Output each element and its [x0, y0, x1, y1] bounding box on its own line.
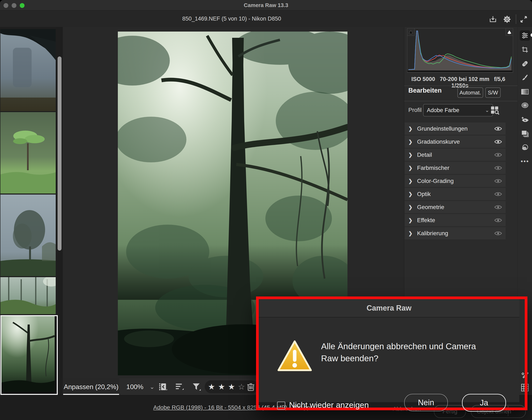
eye-icon[interactable]	[494, 165, 502, 171]
lens-value: 70-200 bei 102 mm	[440, 76, 489, 82]
crop-icon[interactable]	[520, 45, 530, 55]
healing-icon[interactable]	[520, 59, 530, 69]
edits-badge-dot	[531, 33, 532, 37]
section-effekte[interactable]: ❯Effekte	[405, 214, 506, 226]
star-icon-empty[interactable]: ☆	[238, 383, 245, 391]
eye-icon[interactable]	[494, 205, 502, 210]
section-label: Gradationskurve	[417, 138, 460, 145]
section-optik[interactable]: ❯Optik	[405, 188, 506, 200]
edit-heading: Bearbeiten	[408, 87, 442, 94]
titlebar: Camera Raw 13.3	[0, 0, 532, 11]
chevron-right-icon: ❯	[408, 191, 412, 197]
section-gradationskurve[interactable]: ❯Gradationskurve	[405, 135, 506, 148]
thumbnail-3[interactable]	[0, 195, 56, 276]
thumbnail-2[interactable]	[0, 112, 56, 194]
profile-browser-icon[interactable]	[490, 105, 500, 115]
eye-icon[interactable]	[494, 231, 502, 236]
filmstrip-scrollbar[interactable]	[58, 57, 62, 251]
section-label: Color-Grading	[417, 178, 454, 184]
section-detail[interactable]: ❯Detail	[405, 149, 506, 161]
star-icon-filled[interactable]: ★	[228, 383, 235, 391]
camera-raw-dialog: Camera Raw Alle Änderungen abbrechen und…	[256, 297, 527, 410]
profile-select[interactable]: Adobe Farbe ⌄	[423, 104, 493, 117]
section-label: Kalibrierung	[417, 230, 448, 237]
thumbnail-4[interactable]	[0, 277, 56, 314]
section-label: Optik	[417, 191, 431, 197]
section-label: Effekte	[417, 217, 435, 224]
fit-zoom-tab[interactable]: Anpassen (20,2%)	[63, 378, 120, 395]
dialog-title: Camera Raw	[259, 299, 519, 317]
panel-sections: ❯Grundeinstellungen❯Gradationskurve❯Deta…	[405, 122, 506, 240]
eye-icon[interactable]	[494, 218, 502, 223]
star-icon-filled[interactable]: ★	[218, 383, 225, 391]
zoom-level-value[interactable]: 100%	[124, 383, 146, 391]
filter-icon[interactable]	[192, 383, 201, 391]
bw-button[interactable]: S/W	[485, 87, 501, 98]
presets-icon[interactable]	[520, 128, 530, 139]
trash-icon[interactable]	[247, 382, 255, 391]
camera-raw-window: Camera Raw 13.3 850_1469.NEF (5 von 10) …	[0, 0, 532, 420]
section-farbmischer[interactable]: ❯Farbmischer	[405, 162, 506, 174]
section-grundeinstellungen[interactable]: ❯Grundeinstellungen	[405, 122, 506, 135]
eye-icon[interactable]	[494, 178, 502, 184]
eye-icon[interactable]	[494, 126, 502, 131]
chevron-down-icon: ⌄	[485, 107, 489, 113]
dont-show-again-label: Nicht wieder anzeigen	[289, 401, 369, 410]
red-eye-icon[interactable]	[520, 114, 530, 125]
snapshots-icon[interactable]	[520, 142, 530, 153]
fullscreen-icon[interactable]	[519, 15, 528, 23]
section-geometrie[interactable]: ❯Geometrie	[405, 201, 506, 213]
more-dots-icon[interactable]: •••	[520, 156, 530, 166]
highlight-clipping-indicator[interactable]	[506, 28, 513, 36]
linear-gradient-icon[interactable]	[520, 87, 530, 97]
thumbnail-5-selected[interactable]	[0, 315, 58, 395]
chevron-right-icon: ❯	[408, 139, 412, 145]
gear-icon[interactable]	[503, 15, 511, 23]
eye-icon[interactable]	[494, 152, 502, 158]
chevron-right-icon: ❯	[408, 217, 412, 223]
section-label: Geometrie	[417, 204, 444, 210]
dialog-message-line1: Alle Änderungen abbrechen und Camera	[321, 340, 496, 352]
fit-tab-underline	[63, 394, 119, 395]
window-title: Camera Raw 13.3	[0, 2, 532, 9]
section-color-grading[interactable]: ❯Color-Grading	[405, 175, 506, 187]
radial-gradient-icon[interactable]	[520, 100, 530, 110]
save-image-icon[interactable]	[489, 15, 497, 23]
filmstrip-toggle-icon[interactable]	[159, 383, 168, 391]
profile-label: Profil	[408, 107, 422, 113]
sort-order-icon[interactable]	[175, 383, 184, 390]
divider	[404, 86, 518, 86]
divider	[516, 14, 516, 24]
section-label: Grundeinstellungen	[417, 125, 468, 132]
edit-sliders-icon[interactable]	[520, 30, 530, 41]
chevron-right-icon: ❯	[408, 152, 412, 158]
histogram[interactable]	[407, 28, 513, 73]
no-button[interactable]: Nein	[404, 394, 448, 411]
auto-button[interactable]: Automat.	[457, 87, 483, 98]
iso-value: ISO 5000	[411, 76, 435, 82]
dont-show-again-checkbox[interactable]	[277, 402, 285, 410]
fit-zoom-label: Anpassen (20,2%)	[63, 383, 120, 391]
filmstrip	[0, 27, 63, 395]
document-bar: 850_1469.NEF (5 von 10) - Nikon D850	[0, 11, 532, 27]
chevron-right-icon: ❯	[408, 178, 412, 184]
section-kalibrierung[interactable]: ❯Kalibrierung	[405, 227, 506, 239]
dialog-message-line2: Raw beenden?	[321, 352, 496, 364]
profile-value: Adobe Farbe	[427, 107, 459, 114]
aperture-value: f/5,6	[494, 76, 505, 82]
zoom-chevron-down-icon[interactable]: ⌄	[150, 383, 154, 390]
star-icon-filled[interactable]: ★	[208, 383, 215, 391]
document-title: 850_1469.NEF (5 von 10) - Nikon D850	[0, 15, 463, 22]
section-label: Farbmischer	[417, 165, 450, 171]
dialog-body: Alle Änderungen abbrechen und Camera Raw…	[259, 317, 519, 402]
divider	[404, 101, 518, 101]
chevron-right-icon: ❯	[408, 230, 412, 236]
shadow-clipping-indicator[interactable]	[407, 28, 415, 36]
thumbnail-1[interactable]	[0, 29, 56, 111]
dialog-message: Alle Änderungen abbrechen und Camera Raw…	[321, 340, 496, 364]
eye-icon[interactable]	[494, 139, 502, 145]
yes-button[interactable]: Ja	[462, 394, 506, 412]
brush-icon[interactable]	[520, 73, 530, 83]
warning-triangle-icon	[277, 340, 312, 373]
eye-icon[interactable]	[494, 191, 502, 197]
